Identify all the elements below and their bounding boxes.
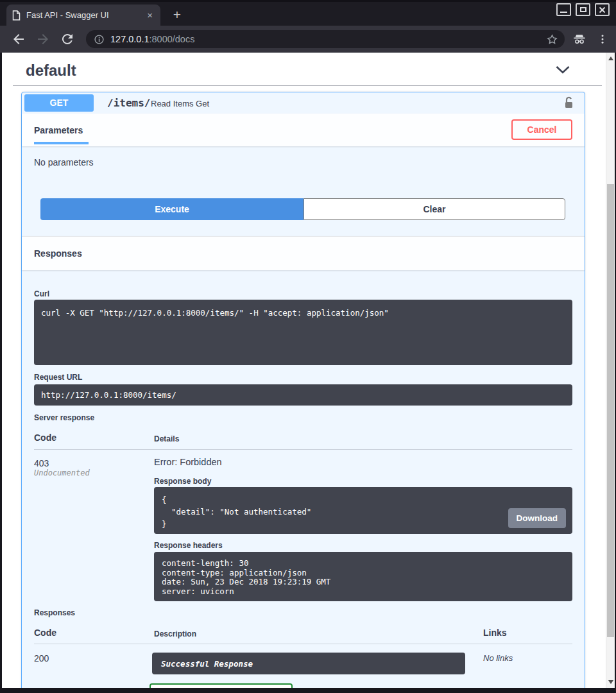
- server-response-col-code: Code: [34, 432, 56, 443]
- tag-section-title[interactable]: default: [26, 62, 76, 80]
- execute-button[interactable]: Execute: [40, 198, 304, 220]
- auth-lock-icon[interactable]: [564, 96, 574, 109]
- curl-label: Curl: [34, 289, 49, 298]
- tab-parameters[interactable]: Parameters: [34, 125, 83, 135]
- method-badge: GET: [24, 94, 94, 112]
- response-headers-text: content-length: 30 content-type: applica…: [162, 559, 565, 596]
- address-bar[interactable]: 127.0.0.1:8000/docs: [86, 30, 565, 48]
- responses-header-label: Responses: [34, 248, 82, 259]
- swagger-content: default GET /items/ Read Items Get: [2, 53, 606, 688]
- response-body-label: Response body: [154, 477, 211, 486]
- response-200-description-block: Successful Response: [152, 653, 465, 674]
- url-text[interactable]: 127.0.0.1:8000/docs: [110, 34, 546, 44]
- response-headers-label: Response headers: [154, 541, 223, 550]
- page-scrollbar[interactable]: [606, 53, 615, 688]
- request-url-block: http://127.0.0.1:8000/items/: [34, 384, 572, 406]
- responses-col-links: Links: [483, 628, 507, 638]
- curl-code-block[interactable]: curl -X GET "http://127.0.0.1:8000/items…: [34, 300, 572, 365]
- parameters-section-header: Parameters Cancel: [22, 114, 585, 146]
- status-code-200: 200: [34, 653, 49, 663]
- url-path: :8000/docs: [149, 34, 194, 44]
- no-parameters-text: No parameters: [34, 157, 94, 167]
- operation-summary-text: Read Items Get: [151, 99, 209, 108]
- menu-dots-icon[interactable]: [597, 33, 608, 45]
- browser-toolbar: 127.0.0.1:8000/docs: [0, 26, 616, 53]
- page-favicon-icon: [12, 10, 21, 21]
- response-body-block: { "detail": "Not authenticated" } Downlo…: [154, 487, 572, 534]
- back-icon[interactable]: [11, 31, 26, 47]
- response-200-links: No links: [483, 653, 513, 663]
- window-controls: [556, 3, 610, 16]
- server-response-col-details: Details: [154, 434, 179, 443]
- tab-close-icon[interactable]: ×: [145, 10, 155, 20]
- status-code-403: 403: [34, 458, 49, 468]
- responses-table-divider: [34, 644, 572, 644]
- forward-icon[interactable]: [35, 31, 51, 47]
- undocumented-note: Undocumented: [34, 468, 90, 477]
- incognito-icon: [572, 32, 586, 46]
- response-headers-block: content-length: 30 content-type: applica…: [154, 552, 572, 601]
- chevron-down-icon[interactable]: [555, 65, 570, 74]
- close-icon: [599, 6, 606, 13]
- bookmark-star-icon[interactable]: [546, 33, 558, 46]
- maximize-button[interactable]: [576, 3, 590, 16]
- titlebar: Fast API - Swagger UI × +: [0, 0, 616, 26]
- request-url-label: Request URL: [34, 373, 82, 382]
- responses-table-label: Responses: [34, 608, 75, 617]
- page-viewport: default GET /items/ Read Items Get: [2, 53, 615, 688]
- server-response-divider: [34, 449, 572, 450]
- url-host: 127.0.0.1: [110, 34, 149, 44]
- responses-col-code: Code: [34, 628, 56, 638]
- request-url-value: http://127.0.0.1:8000/items/: [41, 390, 565, 400]
- responses-col-description: Description: [154, 629, 196, 638]
- opblock-get-items: GET /items/ Read Items Get Parameters Ca…: [21, 92, 585, 688]
- tab-parameters-underline: [34, 142, 89, 144]
- scrollbar-thumb[interactable]: [607, 184, 614, 637]
- clear-button[interactable]: Clear: [304, 198, 565, 220]
- opblock-summary[interactable]: GET /items/ Read Items Get: [22, 92, 585, 114]
- new-tab-button[interactable]: +: [169, 6, 185, 23]
- server-response-label: Server response: [34, 413, 94, 422]
- response-body-json: { "detail": "Not authenticated" }: [162, 493, 565, 530]
- toolbar-right: [572, 32, 608, 46]
- tab-title: Fast API - Swagger UI: [26, 10, 145, 20]
- tag-divider: [13, 85, 602, 86]
- minimize-button[interactable]: [556, 3, 571, 16]
- titlebar-top-edge: [0, 0, 616, 2]
- response-200-description: Successful Response: [161, 659, 253, 669]
- error-forbidden-text: Error: Forbidden: [154, 457, 222, 467]
- operation-path[interactable]: /items/: [107, 97, 150, 109]
- scrollbar-up-arrow-icon[interactable]: [608, 56, 613, 60]
- maximize-icon: [580, 7, 586, 12]
- reload-icon[interactable]: [60, 31, 75, 47]
- site-info-icon[interactable]: [94, 34, 105, 45]
- cancel-button[interactable]: Cancel: [511, 119, 572, 140]
- browser-tab[interactable]: Fast API - Swagger UI ×: [6, 4, 160, 26]
- minimize-icon: [560, 12, 567, 13]
- curl-command: curl -X GET "http://127.0.0.1:8000/items…: [41, 308, 565, 318]
- media-type-select[interactable]: [150, 683, 293, 688]
- download-button[interactable]: Download: [508, 508, 567, 528]
- close-button[interactable]: [595, 3, 610, 16]
- browser-window: Fast API - Swagger UI × +: [0, 0, 616, 693]
- scrollbar-down-arrow-icon[interactable]: [608, 680, 613, 684]
- responses-section-header: Responses: [22, 236, 585, 270]
